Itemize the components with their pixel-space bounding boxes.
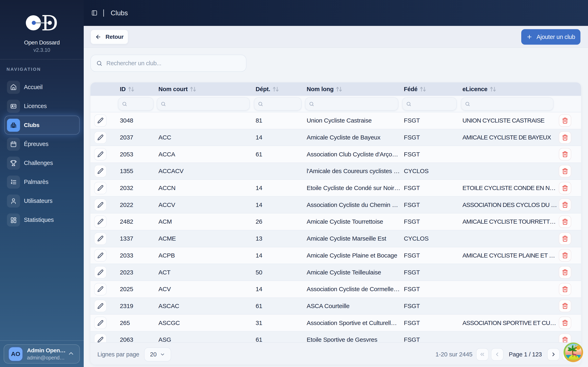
sidebar-item-accueil[interactable]: Accueil [4, 78, 80, 97]
delete-row-button[interactable] [559, 317, 571, 329]
rows-per-page-select[interactable]: 20 [144, 347, 171, 361]
clubs-table-card: IDNom courtDépt.Nom longFédéeLicence 304… [90, 82, 581, 365]
delete-row-button[interactable] [559, 165, 571, 177]
sidebar-item-epreuves[interactable]: Épreuves [4, 134, 80, 154]
edit-row-button[interactable] [94, 249, 107, 262]
sort-icon [129, 86, 134, 92]
edit-row-button[interactable] [94, 283, 107, 295]
delete-row-button[interactable] [559, 182, 571, 194]
rows-per-page-label: Lignes par page [97, 351, 139, 358]
sidebar-item-statistiques[interactable]: Statistiques [4, 210, 80, 229]
cell-fede: FSGT [401, 319, 459, 326]
delete-row-button[interactable] [559, 199, 571, 211]
add-club-button[interactable]: Ajouter un club [521, 29, 580, 45]
delete-row-button[interactable] [559, 233, 571, 245]
sidebar-item-licences[interactable]: Licences [4, 97, 80, 116]
dashboard-icon [7, 213, 20, 226]
edit-row-button[interactable] [94, 148, 107, 160]
cell-nom_long: Etoile Cycliste de Condé sur Noir… [303, 184, 401, 192]
pencil-icon [97, 286, 104, 292]
table-row: 2022 ACCV 14 Association Cycliste du Che… [90, 196, 581, 213]
filter-input-fede[interactable] [402, 97, 457, 110]
delete-row-button[interactable] [559, 216, 571, 228]
cell-dept: 61 [252, 336, 303, 342]
table-row: 265 ASCGC 31 Association Sportive et Cul… [90, 314, 581, 331]
delete-row-button[interactable] [559, 283, 571, 295]
cell-dept: 31 [252, 319, 303, 326]
building-icon [7, 119, 20, 132]
cell-fede: FSGT [401, 286, 459, 292]
filter-input-elicence[interactable] [461, 97, 553, 110]
edit-row-button[interactable] [94, 165, 107, 177]
edit-row-button[interactable] [94, 131, 107, 144]
edit-row-button[interactable] [94, 199, 107, 211]
sidebar-item-palmares[interactable]: Palmarès [4, 173, 80, 192]
cell-nom_long: Union Cycliste Castraise [303, 117, 401, 124]
delete-row-button[interactable] [559, 114, 571, 127]
cell-nom_court: ACCN [155, 184, 252, 192]
edit-row-button[interactable] [94, 182, 107, 194]
edit-row-button[interactable] [94, 216, 107, 228]
cell-id: 1355 [114, 167, 155, 175]
edit-row-button[interactable] [94, 300, 107, 312]
column-header-nom_court[interactable]: Nom court [155, 86, 252, 92]
cell-dept: 14 [252, 201, 303, 208]
column-header-id[interactable]: ID [114, 86, 155, 92]
edit-row-button[interactable] [94, 334, 107, 342]
sidebar-item-utilisateurs[interactable]: Utilisateurs [4, 192, 80, 210]
sidebar-toggle-icon[interactable] [91, 10, 97, 16]
table-filter-row [90, 96, 581, 112]
cell-dept: 81 [252, 117, 303, 124]
cell-nom_court: ACPB [155, 252, 252, 259]
trash-icon [562, 286, 568, 292]
filter-input-nom_long[interactable] [305, 97, 398, 110]
delete-row-button[interactable] [559, 300, 571, 312]
cell-fede: FSGT [401, 151, 459, 158]
column-header-fede[interactable]: Fédé [401, 86, 459, 92]
edit-row-button[interactable] [94, 317, 107, 329]
delete-row-button[interactable] [559, 131, 571, 144]
filter-input-id[interactable] [118, 97, 154, 110]
club-search-input[interactable] [106, 60, 239, 67]
delete-row-button[interactable] [559, 334, 571, 342]
previous-page-button[interactable] [491, 348, 503, 361]
cell-id: 1337 [114, 235, 155, 242]
cell-fede: CYCLOS [401, 167, 459, 175]
filter-input-nom_court[interactable] [157, 97, 250, 110]
table-footer: Lignes par page 20 1-20 sur 2445 Page 1 … [90, 342, 581, 365]
pencil-icon [97, 337, 104, 342]
user-menu[interactable]: AO Admin Open… admin@opend… [4, 344, 80, 364]
delete-row-button[interactable] [559, 266, 571, 278]
trash-icon [562, 202, 568, 208]
cell-nom_court: ACM [155, 218, 252, 225]
cell-dept: 61 [252, 303, 303, 309]
column-header-nom_long[interactable]: Nom long [303, 86, 401, 92]
search-icon [96, 60, 102, 66]
first-page-button[interactable] [476, 348, 489, 361]
back-button[interactable]: Retour [90, 30, 128, 44]
topbar-divider [103, 9, 104, 17]
column-header-dept[interactable]: Dépt. [252, 86, 303, 92]
edit-row-button[interactable] [94, 114, 107, 127]
search-icon [465, 101, 470, 107]
sidebar-item-challenges[interactable]: Challenges [4, 154, 80, 173]
edit-row-button[interactable] [94, 266, 107, 278]
cell-nom_court: ACV [155, 286, 252, 292]
vacation-island-badge-icon[interactable] [563, 342, 583, 362]
edit-row-button[interactable] [94, 233, 107, 245]
sidebar: D Open Dossard v2.3.10 NAVIGATION Accuei… [0, 0, 84, 367]
cell-nom_long: Amicale Cycliste Marseille Est [303, 235, 401, 242]
delete-row-button[interactable] [559, 249, 571, 262]
cell-nom_long: Association Club Cycliste d'Arço… [303, 151, 401, 158]
cell-dept: 26 [252, 218, 303, 225]
cell-dept: 50 [252, 269, 303, 276]
table-row: 2053 ACCA 61 Association Club Cycliste d… [90, 146, 581, 162]
delete-row-button[interactable] [559, 148, 571, 160]
nav-section-label: NAVIGATION [7, 67, 41, 72]
filter-input-dept[interactable] [254, 97, 302, 110]
next-page-button[interactable] [547, 348, 560, 361]
table-row: 1337 ACME 13 Amicale Cycliste Marseille … [90, 230, 581, 247]
sidebar-item-clubs[interactable]: Clubs [4, 116, 80, 134]
column-header-elicence[interactable]: eLicence [459, 86, 554, 92]
cell-dept: 14 [252, 134, 303, 141]
